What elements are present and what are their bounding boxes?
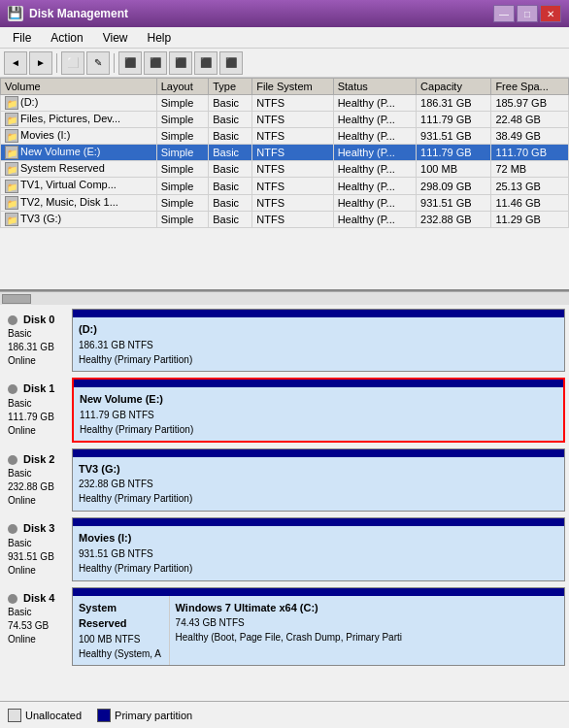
menu-view[interactable]: View — [94, 28, 137, 48]
partition-0[interactable]: New Volume (E:) 111.79 GB NTFS Healthy (… — [74, 387, 563, 441]
disk-status: Online — [8, 424, 68, 438]
cell-free: 111.70 GB — [491, 145, 569, 161]
table-row[interactable]: 📁TV2, Music, Disk 1... Simple Basic NTFS… — [1, 194, 569, 211]
col-volume: Volume — [1, 79, 157, 95]
partition-size: 186.31 GB NTFS — [79, 338, 558, 352]
cell-filesystem: NTFS — [252, 128, 333, 145]
maximize-button[interactable]: □ — [517, 5, 538, 22]
toolbar-btn-3[interactable]: ⬜ — [61, 51, 84, 75]
disk-size: 232.88 GB — [8, 480, 68, 494]
toolbar-btn-6[interactable]: ⬛ — [144, 51, 167, 75]
disk-row-1: Disk 1 Basic 111.79 GB Online New Volume… — [4, 378, 565, 443]
primary-partition-icon — [97, 709, 111, 722]
scrollbar-thumb[interactable] — [2, 294, 31, 304]
partition-health: Healthy (Primary Partition) — [79, 491, 558, 506]
cell-status: Healthy (P... — [333, 145, 416, 161]
disk-name: Disk 1 — [8, 381, 68, 396]
table-row[interactable]: 📁New Volume (E:) Simple Basic NTFS Healt… — [1, 145, 569, 161]
partition-0[interactable]: System Reserved 100 MB NTFS Healthy (Sys… — [73, 596, 170, 665]
toolbar-btn-9[interactable]: ⬛ — [219, 51, 243, 75]
disk-name: Disk 0 — [8, 313, 68, 327]
disk-icon — [8, 315, 17, 325]
cell-type: Basic — [209, 95, 252, 112]
disk-size: 111.79 GB — [8, 411, 68, 424]
volume-table-container[interactable]: Volume Layout Type File System Status Ca… — [0, 78, 569, 289]
disk-status: Online — [8, 564, 68, 578]
disk-content-3[interactable]: Movies (I:) 931.51 GB NTFS Healthy (Prim… — [72, 517, 565, 580]
cell-status: Healthy (P... — [333, 128, 416, 145]
cell-free: 11.29 GB — [491, 211, 569, 227]
volume-table: Volume Layout Type File System Status Ca… — [0, 78, 569, 228]
partition-health: Healthy (Primary Partition) — [80, 422, 557, 437]
disk-bar — [73, 588, 564, 596]
menu-help[interactable]: Help — [139, 28, 181, 48]
table-row[interactable]: 📁(D:) Simple Basic NTFS Healthy (P... 18… — [1, 95, 569, 112]
cell-capacity: 100 MB — [417, 161, 491, 178]
toolbar-btn-7[interactable]: ⬛ — [169, 51, 192, 75]
menu-file[interactable]: File — [4, 28, 40, 48]
close-button[interactable]: ✕ — [540, 5, 561, 22]
col-status: Status — [333, 79, 416, 95]
table-row[interactable]: 📁TV3 (G:) Simple Basic NTFS Healthy (P..… — [1, 211, 569, 227]
partition-size: 74.43 GB NTFS — [176, 615, 558, 630]
cell-capacity: 111.79 GB — [417, 145, 491, 161]
back-button[interactable]: ◄ — [4, 51, 27, 75]
cell-free: 185.97 GB — [491, 95, 569, 112]
cell-capacity: 931.51 GB — [417, 128, 491, 145]
partition-health: Healthy (Primary Partition) — [79, 561, 558, 576]
disk-partitions: New Volume (E:) 111.79 GB NTFS Healthy (… — [74, 387, 563, 441]
disk-status: Online — [8, 494, 68, 508]
disk-row-4: Disk 4 Basic 74.53 GB Online System Rese… — [4, 587, 565, 666]
disk-section: Disk 0 Basic 186.31 GB Online (D:) 186.3… — [0, 305, 569, 701]
disk-label-0: Disk 0 Basic 186.31 GB Online — [4, 309, 72, 372]
table-row[interactable]: 📁System Reserved Simple Basic NTFS Healt… — [1, 161, 569, 178]
cell-type: Basic — [209, 128, 252, 145]
disk-bar — [73, 449, 564, 457]
disk-status: Online — [8, 633, 68, 646]
disk-row-3: Disk 3 Basic 931.51 GB Online Movies (I:… — [4, 517, 565, 580]
toolbar-btn-4[interactable]: ✎ — [86, 51, 110, 75]
cell-free: 22.48 GB — [491, 112, 569, 128]
partition-0[interactable]: (D:) 186.31 GB NTFS Healthy (Primary Par… — [73, 317, 564, 371]
cell-volume: 📁Movies (I:) — [1, 128, 157, 145]
toolbar-btn-5[interactable]: ⬛ — [118, 51, 142, 75]
toolbar: ◄ ► ⬜ ✎ ⬛ ⬛ ⬛ ⬛ ⬛ — [0, 49, 569, 78]
horizontal-scrollbar[interactable] — [0, 291, 569, 305]
unallocated-label: Unallocated — [25, 710, 82, 721]
partition-health: Healthy (Primary Partition) — [79, 352, 558, 367]
footer-legend: Unallocated Primary partition — [0, 701, 569, 728]
legend-primary: Primary partition — [97, 709, 192, 722]
cell-filesystem: NTFS — [252, 112, 333, 128]
menu-action[interactable]: Action — [42, 28, 91, 48]
cell-layout: Simple — [156, 178, 208, 194]
cell-layout: Simple — [156, 211, 208, 227]
disk-partitions: System Reserved 100 MB NTFS Healthy (Sys… — [73, 596, 564, 665]
title-bar: 💾 Disk Management — □ ✕ — [0, 0, 569, 27]
disk-content-0[interactable]: (D:) 186.31 GB NTFS Healthy (Primary Par… — [72, 309, 565, 372]
partition-name: System Reserved — [79, 600, 163, 632]
table-row[interactable]: 📁TV1, Virtual Comp... Simple Basic NTFS … — [1, 178, 569, 194]
toolbar-separator-1 — [56, 53, 57, 73]
disk-label-3: Disk 3 Basic 931.51 GB Online — [4, 517, 72, 580]
partition-name: TV3 (G:) — [79, 461, 558, 478]
cell-status: Healthy (P... — [333, 211, 416, 227]
volume-icon: 📁 — [5, 113, 18, 126]
disk-content-1[interactable]: New Volume (E:) 111.79 GB NTFS Healthy (… — [72, 378, 565, 443]
forward-button[interactable]: ► — [29, 51, 52, 75]
disk-label-4: Disk 4 Basic 74.53 GB Online — [4, 587, 72, 666]
cell-free: 25.13 GB — [491, 178, 569, 194]
partition-0[interactable]: Movies (I:) 931.51 GB NTFS Healthy (Prim… — [73, 526, 564, 579]
minimize-button[interactable]: — — [493, 5, 515, 22]
disk-content-2[interactable]: TV3 (G:) 232.88 GB NTFS Healthy (Primary… — [72, 448, 565, 512]
partition-1[interactable]: Windows 7 Ultimate x64 (C:) 74.43 GB NTF… — [170, 596, 564, 665]
cell-layout: Simple — [156, 128, 208, 145]
col-layout: Layout — [156, 79, 208, 95]
table-row[interactable]: 📁Files, Pictures, Dev... Simple Basic NT… — [1, 112, 569, 128]
partition-health: Healthy (System, A — [79, 646, 163, 661]
table-row[interactable]: 📁Movies (I:) Simple Basic NTFS Healthy (… — [1, 128, 569, 145]
toolbar-btn-8[interactable]: ⬛ — [194, 51, 218, 75]
disk-content-4[interactable]: System Reserved 100 MB NTFS Healthy (Sys… — [72, 587, 565, 666]
col-free: Free Spa... — [491, 79, 569, 95]
cell-status: Healthy (P... — [333, 112, 416, 128]
partition-0[interactable]: TV3 (G:) 232.88 GB NTFS Healthy (Primary… — [73, 457, 564, 511]
